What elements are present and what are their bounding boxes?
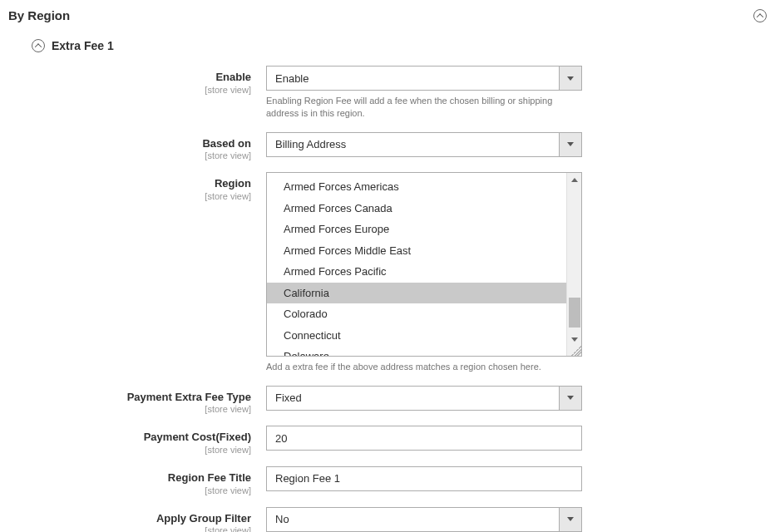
region-option[interactable]: Colorado [267,303,566,325]
scope-hint: [store view] [8,85,251,95]
region-label: Region [8,177,251,190]
form-area: Enable [store view] Enable Enabling Regi… [0,62,775,532]
scroll-down-button[interactable] [567,332,581,346]
collapse-section-icon[interactable] [753,9,767,22]
enable-note: Enabling Region Fee will add a fee when … [266,95,582,121]
subsection-title: Extra Fee 1 [52,39,114,52]
chevron-down-icon [567,142,574,146]
resize-grip-icon[interactable] [571,346,581,356]
region-fee-title-input[interactable] [266,466,582,491]
scope-hint: [store view] [8,404,251,414]
group-filter-select-value: No [266,507,559,532]
label-col: Based on [store view] [8,132,266,161]
section-title: By Region [8,8,70,22]
region-option[interactable]: Armed Forces Middle East [267,240,566,262]
control-col [266,466,582,491]
group-filter-label: Apply Group Filter [8,512,251,525]
region-option[interactable]: Armed Forces Canada [267,198,566,219]
fee-type-label: Payment Extra Fee Type [8,391,251,404]
scope-hint: [store view] [8,191,251,201]
field-fee-type: Payment Extra Fee Type [store view] Fixe… [8,386,767,415]
control-col: No [266,507,582,532]
field-region: Region [store view] Armed Forces America… [8,172,767,373]
control-col: Billing Address [266,132,582,157]
collapse-subsection-icon[interactable] [32,39,45,52]
based-on-label: Based on [8,137,251,150]
label-col: Region Fee Title [store view] [8,466,266,495]
control-col: Enable Enabling Region Fee will add a fe… [266,66,582,121]
scope-hint: [store view] [8,525,251,532]
payment-cost-input[interactable] [266,426,582,451]
chevron-up-icon [758,13,763,18]
scroll-thumb[interactable] [569,298,580,328]
based-on-select[interactable]: Billing Address [266,132,582,157]
field-group-filter: Apply Group Filter [store view] No [8,507,767,532]
field-enable: Enable [store view] Enable Enabling Regi… [8,66,767,121]
chevron-up-icon [36,43,41,48]
region-option[interactable]: California [267,283,566,304]
chevron-down-icon [567,76,574,81]
enable-label: Enable [8,71,251,84]
label-col: Apply Group Filter [store view] [8,507,266,532]
payment-cost-label: Payment Cost(Fixed) [8,431,251,444]
label-col: Region [store view] [8,172,266,201]
field-payment-cost: Payment Cost(Fixed) [store view] [8,426,767,455]
enable-select-button[interactable] [559,66,582,91]
chevron-down-icon [567,517,574,521]
field-based-on: Based on [store view] Billing Address [8,132,767,161]
enable-select[interactable]: Enable [266,66,582,91]
subsection-header: Extra Fee 1 [0,29,775,62]
label-col: Payment Extra Fee Type [store view] [8,386,266,415]
region-option[interactable]: Armed Forces Americas [267,176,566,198]
group-filter-select-button[interactable] [559,507,582,532]
scope-hint: [store view] [8,485,251,495]
fee-type-select[interactable]: Fixed [266,386,582,411]
control-col: Fixed [266,386,582,411]
scope-hint: [store view] [8,150,251,160]
chevron-down-icon [567,396,574,400]
region-fee-title-label: Region Fee Title [8,471,251,485]
field-region-fee-title: Region Fee Title [store view] [8,466,767,495]
scroll-up-button[interactable] [567,173,581,186]
region-option[interactable]: Armed Forces Pacific [267,261,566,283]
region-note: Add a extra fee if the above address mat… [266,361,582,373]
region-multiselect[interactable]: Armed Forces AmericasArmed Forces Canada… [266,172,582,357]
enable-select-value: Enable [266,66,559,91]
label-col: Enable [store view] [8,66,266,95]
based-on-select-value: Billing Address [266,132,559,157]
scope-hint: [store view] [8,445,251,455]
region-scrollbar[interactable] [566,173,581,356]
region-options-container: Armed Forces AmericasArmed Forces Canada… [267,173,566,356]
fee-type-select-value: Fixed [266,386,559,411]
region-option[interactable]: Armed Forces Europe [267,219,566,240]
control-col [266,426,582,451]
group-filter-select[interactable]: No [266,507,582,532]
section-header: By Region [0,0,775,29]
based-on-select-button[interactable] [559,132,582,157]
label-col: Payment Cost(Fixed) [store view] [8,426,266,455]
region-option[interactable]: Connecticut [267,325,566,347]
control-col: Armed Forces AmericasArmed Forces Canada… [266,172,582,373]
region-option[interactable]: Delaware [267,346,566,356]
fee-type-select-button[interactable] [559,386,582,411]
